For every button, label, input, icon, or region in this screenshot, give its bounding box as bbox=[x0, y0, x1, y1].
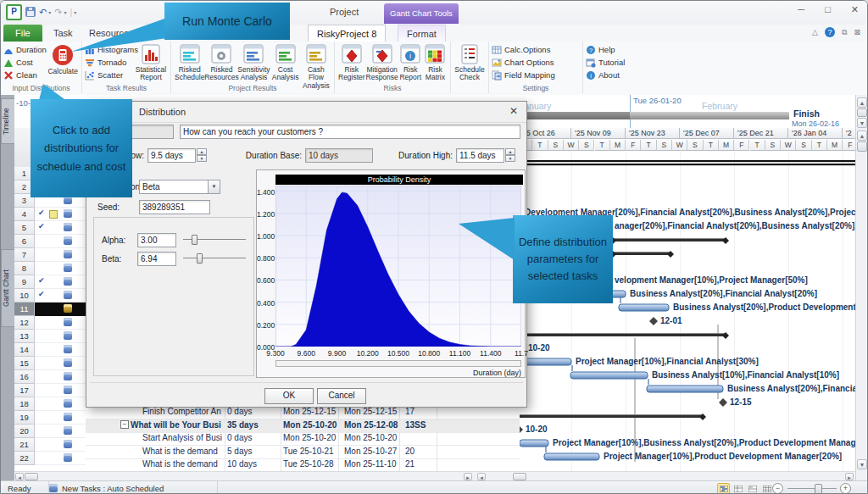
task-row[interactable] bbox=[35, 330, 86, 343]
task-row[interactable] bbox=[35, 384, 86, 397]
gantt-task-bar[interactable] bbox=[544, 453, 599, 460]
task-row[interactable] bbox=[35, 235, 86, 248]
tab-file[interactable]: File bbox=[3, 25, 42, 42]
beta-slider[interactable] bbox=[183, 253, 246, 263]
task-row[interactable]: ✔ bbox=[35, 208, 86, 221]
undo-button[interactable]: ↶ bbox=[39, 7, 47, 18]
row-number[interactable]: 16 bbox=[14, 370, 35, 384]
project-results-risked-resources-button[interactable]: Risked Resources bbox=[205, 43, 237, 81]
view-table-button[interactable] bbox=[732, 483, 744, 494]
timeline-bar-light[interactable] bbox=[630, 112, 789, 119]
mail-icon[interactable]: ⊠ bbox=[854, 28, 860, 36]
tornado-button[interactable]: Tornado bbox=[85, 56, 134, 69]
seed-field[interactable]: 389289351 bbox=[139, 200, 210, 214]
timeline-scroll-up-icon[interactable]: ▲ bbox=[857, 97, 867, 108]
row-number[interactable]: 17 bbox=[14, 384, 35, 397]
risks-risk-matrix-button[interactable]: Risk Matrix bbox=[423, 43, 448, 81]
table-row[interactable]: Finish Competitor An0 daysMon 25-12-15Mo… bbox=[86, 406, 520, 419]
risks-risk-report-button[interactable]: iRisk Report bbox=[398, 43, 423, 81]
close-button[interactable]: ✕ bbox=[851, 4, 859, 15]
redo-caret-icon[interactable]: ▾ bbox=[64, 9, 66, 15]
cost-button[interactable]: Cost bbox=[3, 56, 47, 69]
chart-scroll-track[interactable] bbox=[275, 360, 521, 367]
project-results-cash-flow-analysis-button[interactable]: Cash Flow Analysis bbox=[301, 43, 331, 81]
maximize-button[interactable]: □ bbox=[825, 4, 831, 15]
gantt-scroll-up-icon[interactable]: ▲ bbox=[857, 130, 867, 141]
right-pane-scroll-right-icon[interactable]: ▸ bbox=[845, 473, 854, 480]
task-row[interactable] bbox=[35, 411, 86, 425]
task-row[interactable]: ✔ bbox=[35, 289, 86, 303]
beta-field[interactable]: 6.94 bbox=[137, 252, 176, 266]
ok-button[interactable]: OK bbox=[264, 388, 314, 404]
gantt-scroll-thumb[interactable] bbox=[857, 142, 867, 152]
row-number[interactable]: 20 bbox=[14, 425, 35, 438]
zoom-slider-thumb[interactable] bbox=[815, 484, 822, 494]
task-row[interactable] bbox=[35, 316, 86, 330]
task-row[interactable] bbox=[35, 425, 86, 438]
restore-window-icon[interactable]: ⧉ bbox=[842, 28, 847, 37]
row-number[interactable]: 13 bbox=[14, 330, 35, 343]
duration-high-spinner[interactable]: ▲▼ bbox=[505, 148, 516, 163]
row-number[interactable]: 9 bbox=[14, 275, 35, 289]
gantt-task-bar[interactable] bbox=[520, 440, 548, 447]
help-button[interactable]: ?Help bbox=[586, 43, 635, 56]
gantt-task-bar[interactable] bbox=[619, 304, 669, 311]
task-row[interactable] bbox=[35, 397, 86, 411]
collapse-ribbon-icon[interactable]: △ bbox=[812, 28, 818, 36]
gantt-scroll-down-icon[interactable]: ▼ bbox=[857, 459, 867, 469]
timeline-scroll-thumb[interactable] bbox=[857, 108, 867, 117]
left-pane-scroll-thumb[interactable] bbox=[25, 473, 38, 480]
table-row[interactable]: −What will be Your Busi35 daysMon 25-10-… bbox=[86, 419, 520, 433]
row-number[interactable]: 19 bbox=[14, 411, 35, 425]
zoom-slider-track[interactable] bbox=[787, 488, 837, 489]
row-number[interactable]: 14 bbox=[14, 343, 35, 357]
minimize-button[interactable]: ─ bbox=[798, 4, 804, 15]
row-number[interactable]: 11 bbox=[14, 303, 35, 316]
gantt-task-bar[interactable] bbox=[647, 386, 723, 392]
schedule-check-button[interactable]: Schedule Check bbox=[453, 43, 486, 81]
calc-options-button[interactable]: Calc.Options bbox=[492, 43, 578, 56]
task-name-field[interactable]: How can you reach your customers ? bbox=[180, 125, 520, 139]
task-row[interactable] bbox=[35, 343, 86, 357]
task-row[interactable] bbox=[35, 262, 86, 275]
right-pane-scroll-thumb[interactable] bbox=[513, 473, 526, 480]
tab-format[interactable]: Format bbox=[398, 25, 446, 42]
row-number[interactable]: 10 bbox=[14, 289, 35, 303]
scatter-button[interactable]: Scatter bbox=[85, 69, 134, 81]
tutorial-button[interactable]: Tutorial bbox=[586, 56, 635, 69]
left-pane-scroll-right-icon[interactable]: ▸ bbox=[464, 473, 472, 480]
task-row[interactable]: ✔ bbox=[35, 221, 86, 235]
task-row[interactable] bbox=[35, 248, 86, 262]
task-row[interactable] bbox=[35, 357, 86, 370]
duration-button[interactable]: Duration bbox=[3, 43, 47, 56]
clean-button[interactable]: Clean bbox=[3, 69, 47, 81]
task-row[interactable] bbox=[35, 452, 86, 465]
row-number[interactable]: 7 bbox=[14, 248, 35, 262]
task-row[interactable]: ✔ bbox=[35, 275, 86, 289]
field-mapping-button[interactable]: Field Mapping bbox=[492, 69, 578, 81]
distribution-dropdown[interactable]: Beta▼ bbox=[139, 180, 220, 194]
timeline-scroll-down-icon[interactable]: ▼ bbox=[857, 118, 867, 128]
dialog-close-icon[interactable]: ✕ bbox=[509, 105, 518, 117]
duration-low-field[interactable]: 9.5 days bbox=[147, 148, 196, 163]
row-number[interactable]: 6 bbox=[14, 235, 35, 248]
task-row[interactable] bbox=[35, 370, 86, 384]
table-row[interactable]: What is the demand10 daysTue 25-10-28Mon… bbox=[86, 458, 520, 472]
vertical-scrollbar[interactable]: ▲ ▼ ▲ ▼ bbox=[855, 95, 868, 480]
save-icon[interactable] bbox=[25, 7, 36, 17]
chart-options-button[interactable]: Chart Options bbox=[492, 56, 578, 69]
zoom-in-icon[interactable]: + bbox=[840, 483, 851, 494]
gantt-task-bar[interactable] bbox=[570, 372, 648, 379]
left-pane-scroll-left-icon[interactable]: ◂ bbox=[15, 473, 24, 480]
right-pane-scroll-left-icon[interactable]: ◂ bbox=[477, 473, 486, 480]
table-row[interactable]: What is the demand5 daysTue 25-10-21Mon … bbox=[86, 446, 520, 459]
row-number[interactable]: 5 bbox=[14, 221, 35, 235]
row-number[interactable]: 12 bbox=[14, 316, 35, 330]
cancel-button[interactable]: Cancel bbox=[317, 388, 366, 404]
task-row[interactable] bbox=[35, 303, 86, 316]
row-number[interactable]: 4 bbox=[14, 208, 35, 221]
risks-mitigation-response-button[interactable]: Mitigation Response bbox=[366, 43, 398, 81]
table-row[interactable]: Start Analysis of Busi0 daysMon 25-10-20… bbox=[86, 432, 520, 446]
undo-caret-icon[interactable]: ▾ bbox=[48, 9, 51, 15]
chevron-down-icon[interactable]: ▼ bbox=[208, 180, 220, 193]
